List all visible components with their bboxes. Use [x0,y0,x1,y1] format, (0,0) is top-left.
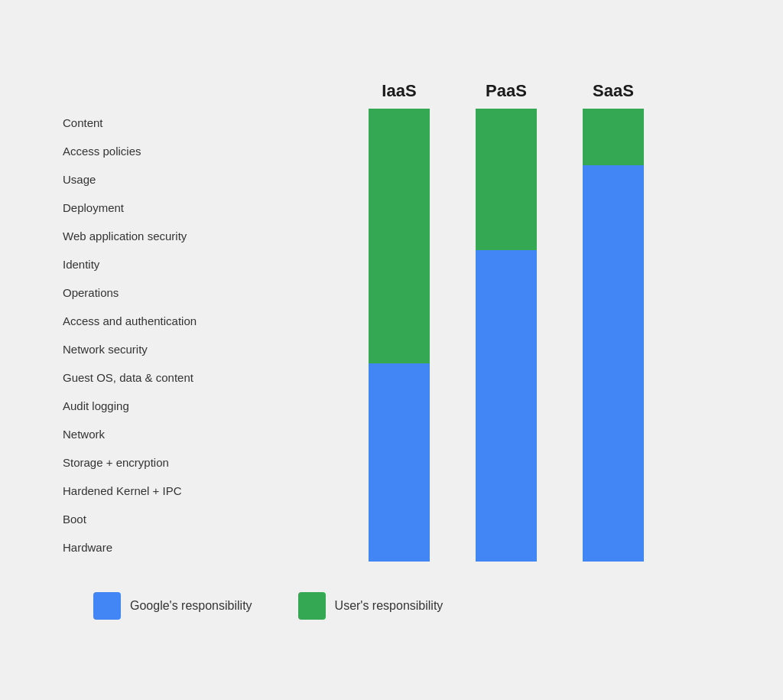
label-audit-logging: Audit logging [63,392,346,420]
label-usage: Usage [63,165,346,194]
label-content: Content [63,109,346,137]
label-identity: Identity [63,250,346,278]
chart-container: IaaS PaaS SaaS Content Access policies U… [0,0,783,700]
label-guest-os: Guest OS, data & content [63,363,346,392]
legend-user: User's responsibility [298,592,443,620]
legend-google-label: Google's responsibility [130,599,252,613]
bar-saas-user [583,109,644,165]
legend-google: Google's responsibility [93,592,252,620]
label-access-auth: Access and authentication [63,307,346,335]
bar-paas-user [476,109,537,250]
legend: Google's responsibility User's responsib… [63,592,720,620]
label-deployment: Deployment [63,194,346,222]
bar-col-iaas [346,109,453,562]
bar-col-paas [453,109,560,562]
label-hardware: Hardware [63,533,346,562]
bar-iaas-google [369,363,430,562]
label-operations: Operations [63,278,346,307]
label-storage-encryption: Storage + encryption [63,448,346,477]
chart-inner: IaaS PaaS SaaS Content Access policies U… [63,81,720,620]
chart-header: IaaS PaaS SaaS [346,81,720,101]
bar-saas [583,109,644,562]
label-boot: Boot [63,505,346,533]
chart-body: Content Access policies Usage Deployment… [63,109,720,562]
col-header-saas: SaaS [560,81,667,101]
label-web-app-security: Web application security [63,222,346,250]
legend-google-box [93,592,121,620]
label-hardened-kernel: Hardened Kernel + IPC [63,477,346,505]
legend-user-label: User's responsibility [335,599,443,613]
col-header-iaas: IaaS [346,81,453,101]
bars-area [346,109,667,562]
bar-paas-google [476,250,537,562]
bar-iaas [369,109,430,562]
col-header-paas: PaaS [453,81,560,101]
bar-paas [476,109,537,562]
label-access-policies: Access policies [63,137,346,165]
label-network-security: Network security [63,335,346,363]
legend-user-box [298,592,326,620]
bar-iaas-user [369,109,430,363]
bar-saas-google [583,165,644,562]
label-network: Network [63,420,346,448]
bar-col-saas [560,109,667,562]
labels-column: Content Access policies Usage Deployment… [63,109,346,562]
